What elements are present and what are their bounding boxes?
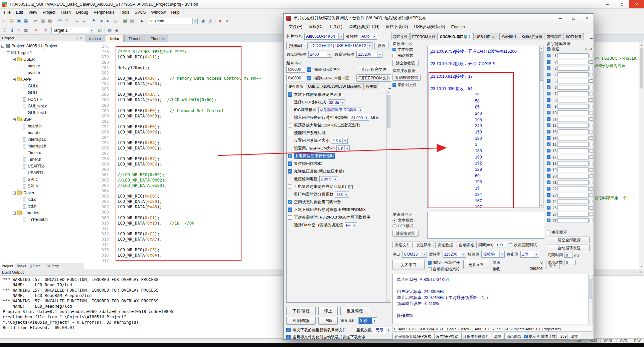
option-dropdown[interactable]: 2.00 V▾ [319,176,338,182]
repeat-delay-select[interactable]: 3 秒▾ [358,317,377,324]
min-baud-select[interactable]: 2400▾ [308,51,332,58]
hex-checkbox[interactable] [590,67,593,70]
hex-checkbox[interactable] [590,181,593,184]
hex-checkbox[interactable] [590,187,593,191]
reload-target-checkbox[interactable] [286,328,291,332]
send-row-checkbox[interactable] [547,79,550,83]
option-dropdown[interactable]: 32-Bit▾ [328,99,345,105]
menu-item-f[interactable]: 文件(F) [286,24,305,30]
tree-item-gui.c[interactable]: GUI.c [0,83,84,89]
interval-input[interactable]: 0 [564,253,573,258]
send-row-checkbox[interactable] [547,206,550,210]
option-row[interactable]: 下次冷启动时, P3.2/P3.3为0/0才可下载程序 [287,214,386,221]
chevron-down-icon[interactable]: ▾ [372,318,377,324]
hex-checkbox[interactable] [590,162,593,165]
tree-item-spi.c[interactable]: SPI.c [0,176,84,183]
tab-program-more[interactable]: 程序加 [363,83,379,90]
hex-checkbox[interactable] [590,111,593,114]
persistent-command-icon[interactable]: ▸ [139,17,146,24]
close-icon[interactable]: × [80,36,82,40]
hex-checkbox[interactable] [590,73,593,76]
tab-cdc-hid-[interactable]: CDC/HID-串口助手 [438,33,473,40]
option-row[interactable]: 上电复位时由硬件自动启动看门狗 [287,183,386,191]
open-file-icon[interactable]: ▤ [8,17,15,24]
copy-recv-button[interactable]: 复制接收数据 [392,74,421,81]
send-row-checkbox[interactable] [547,85,550,89]
tree-item-board.c[interactable]: board.c [0,129,84,136]
auto-loop-send-button[interactable]: 自动循环发送 [549,245,590,251]
editor-scrollbar[interactable]: ▲ ▼ [639,42,644,269]
beep-checkbox[interactable] [524,335,528,338]
auto-send-button[interactable]: 自动发送 [457,242,477,248]
more-settings-button[interactable]: 更多设置 [463,260,489,269]
help-button[interactable]: 帮助 [318,317,338,325]
checkbox-icon[interactable] [288,200,292,204]
option-row[interactable]: 允许低压复位(禁止低压中断) [287,167,386,175]
tab-hardware-options[interactable]: 硬件选项 [286,83,305,90]
scroll-down-icon[interactable]: ▼ [540,203,543,208]
tree-item-gui.h[interactable]: GUI.h [0,89,84,96]
check-options-button[interactable]: 检测选项 [286,317,316,325]
loop-count-input[interactable]: 0 [564,260,576,265]
send-string-input[interactable] [557,180,589,185]
menu-item-help[interactable]: Help [168,10,182,15]
option-dropdown[interactable]: 256▾ [335,192,349,198]
option-row[interactable]: 振荡器放大增益(12MHz以上建议选择) [287,121,386,129]
bookmark-clear-icon[interactable]: ◇ [112,17,119,24]
checkbox-icon[interactable] [288,131,292,135]
recv-hex-mode-checkbox[interactable] [392,54,396,57]
tree-item-target-1[interactable]: Target 1 [0,49,84,56]
menu-item-view[interactable]: View [26,10,40,15]
hex-checkbox[interactable] [590,60,593,64]
send-row-checkbox[interactable] [547,187,550,191]
send-string-input[interactable] [557,148,589,153]
undo-icon[interactable]: ↶ [56,17,63,24]
option-row[interactable]: 看门狗定时器分频系数256▾ [287,191,386,198]
expander-icon[interactable] [13,212,16,215]
tree-item-typedef.h[interactable]: TYPEdef.h [0,216,84,223]
translate-icon[interactable]: ↧ [1,27,8,34]
checkbox-icon[interactable] [288,161,292,166]
editor-tab-main.c[interactable]: main.c [85,35,105,42]
stop-button[interactable]: 停止 [318,307,338,315]
scrollbar-thumb[interactable] [387,95,390,128]
clear-send-button[interactable]: 清空发送区 [392,230,419,237]
cut-icon[interactable]: ✂ [32,17,39,24]
autoload-send-checkbox[interactable] [286,335,291,339]
send-string-input[interactable] [557,60,589,64]
redo-icon[interactable]: ↷ [63,17,70,24]
tree-item-usart.h[interactable]: USART.h [0,169,84,176]
option-row[interactable]: 低压检测电压2.00 V▾ [287,175,386,183]
nav-forward-icon[interactable]: → [80,17,88,24]
tab-offline-download[interactable]: USB-Link1D/U8W/U8W-Mini脱机 [306,83,363,90]
tree-item-libraries[interactable]: Libraries [0,210,84,216]
option-row[interactable]: 使能用户系统功能 [287,129,386,137]
new-file-icon[interactable]: □ [1,17,8,24]
send-row-checkbox[interactable] [547,212,550,216]
menu-item-flash[interactable]: Flash [58,10,73,15]
close-serial-button[interactable]: 关闭串口 [392,260,425,270]
pin-icon[interactable]: ▫ [637,270,638,274]
tree-item-main.h[interactable]: main.h [0,69,84,76]
send-row-checkbox[interactable] [547,193,550,197]
expander-icon[interactable] [1,45,4,48]
reset-success-count-button[interactable]: 清零 [569,333,580,340]
chevron-down-icon[interactable]: ▾ [534,251,539,257]
chevron-down-icon[interactable]: ▾ [499,251,504,257]
menu-item-t[interactable]: 工具(T) [326,24,345,30]
panel-tab-3[interactable]: {} Func... [28,263,45,269]
dynamic-info-button[interactable]: 动态信息 [504,333,523,340]
hex-checkbox[interactable] [590,92,593,95]
build-icon[interactable]: ⇊ [8,27,15,34]
com-port-select[interactable]: COM23▾ [402,251,427,258]
auto-terminator-checkbox[interactable] [428,267,432,271]
breakpoint-icon[interactable]: ● [224,17,231,24]
checkbox-icon[interactable] [288,215,292,220]
chevron-down-icon[interactable]: ▾ [367,43,372,49]
send-row-checkbox[interactable] [547,200,550,203]
hex-checkbox[interactable] [590,98,593,102]
tree-item-lcd.c[interactable]: lcd.c [0,196,84,203]
target-select[interactable]: Target 1 ▾ [51,27,94,33]
scrollbar-thumb[interactable] [540,51,543,81]
option-row[interactable]: 输入用户程序运行时的IRC频率24.000▾MHz [287,114,386,121]
